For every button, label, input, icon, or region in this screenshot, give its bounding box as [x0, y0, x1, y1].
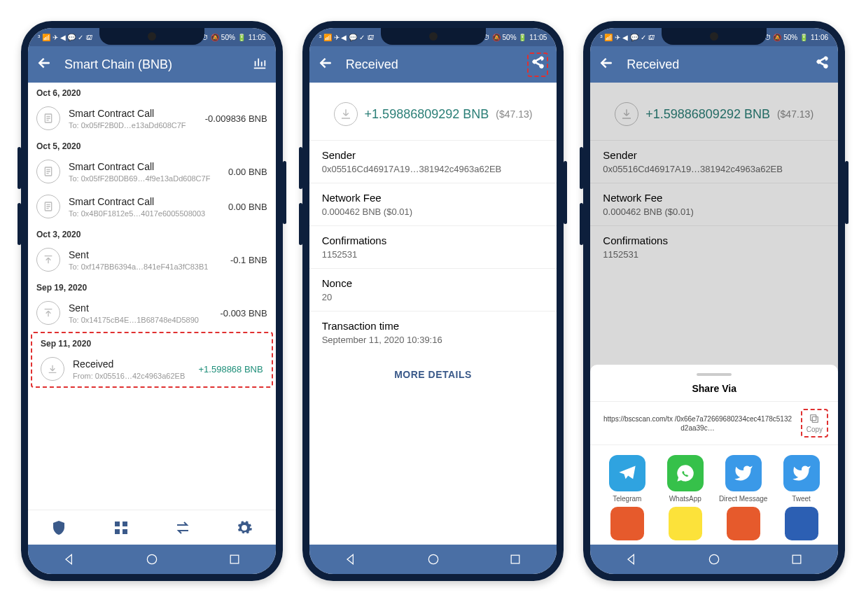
more-details-button[interactable]: MORE DETAILS	[309, 354, 557, 396]
nav-back-icon[interactable]	[624, 552, 638, 566]
page-title: Smart Chain (BNB)	[64, 57, 239, 72]
date-header: Oct 5, 2020	[28, 136, 276, 154]
tx-subtitle: To: 0xf147BB6394a…841eF41a3fC83B1	[69, 262, 222, 271]
tx-title: Smart Contract Call	[69, 161, 220, 172]
detail-row: Confirmations1152531	[309, 225, 557, 268]
back-icon[interactable]	[36, 55, 52, 74]
bottom-nav	[28, 510, 276, 545]
transaction-row[interactable]: SentTo: 0x14175cB4E…1B68748e4D5890-0.003…	[28, 295, 276, 330]
date-header: Sep 19, 2020	[28, 277, 276, 295]
share-sheet: Share Via https://bscscan.com/tx /0x66e7…	[590, 365, 838, 545]
detail-value: 20	[322, 292, 545, 302]
nav-back-icon[interactable]	[62, 552, 76, 566]
share-app-more-3[interactable]	[774, 507, 828, 540]
share-title: Share Via	[590, 380, 838, 402]
contract-icon	[36, 160, 60, 183]
transaction-row[interactable]: ReceivedFrom: 0x05516…42c4963a62EB+1.598…	[32, 351, 272, 386]
swap-icon[interactable]	[174, 519, 191, 536]
share-icon[interactable]	[527, 52, 548, 77]
date-header: Oct 3, 2020	[28, 224, 276, 242]
gear-icon[interactable]	[236, 519, 253, 536]
tx-subtitle: To: 0x05fF2B0D…e13aDd608C7F	[69, 121, 197, 130]
detail-value: September 11, 2020 10:39:16	[322, 335, 545, 345]
tx-amount: +1.598868 BNB	[199, 364, 263, 374]
detail-label: Sender	[322, 149, 545, 161]
tx-subtitle: To: 0x4B0F1812e5…4017e6005508003	[69, 209, 220, 218]
nav-recent-icon[interactable]	[790, 552, 804, 566]
page-title: Received	[346, 57, 515, 72]
share-app-tweet[interactable]: Tweet	[774, 455, 828, 503]
system-nav	[590, 545, 838, 574]
transaction-row[interactable]: SentTo: 0xf147BB6394a…841eF41a3fC83B1-0.…	[28, 242, 276, 277]
share-app-telegram[interactable]: Telegram	[600, 455, 654, 503]
nav-recent-icon[interactable]	[228, 552, 242, 566]
svg-rect-3	[115, 522, 120, 526]
transaction-list[interactable]: Oct 6, 2020Smart Contract CallTo: 0x05fF…	[28, 83, 276, 510]
detail-row: Network Fee0.000462 BNB ($0.01)	[309, 183, 557, 225]
share-app-more-2[interactable]	[716, 507, 770, 540]
share-icon[interactable]	[814, 55, 830, 74]
sent-icon	[36, 301, 60, 325]
date-header: Sep 11, 2020	[32, 333, 272, 351]
drag-handle[interactable]	[697, 373, 732, 376]
chart-icon[interactable]	[252, 55, 267, 74]
detail-value: 0x05516Cd46917A19…381942c4963a62EB	[322, 164, 545, 174]
received-icon	[334, 102, 358, 126]
app-label: Tweet	[792, 495, 811, 503]
system-nav	[28, 545, 276, 574]
amount-fiat: ($47.13)	[496, 108, 532, 120]
svg-rect-5	[115, 529, 120, 534]
app-bar: Received	[309, 46, 557, 83]
transaction-row[interactable]: Smart Contract CallTo: 0x05fF2B0DB69…4f9…	[28, 154, 276, 189]
nav-home-icon[interactable]	[707, 552, 721, 566]
tx-title: Sent	[69, 302, 211, 314]
nav-home-icon[interactable]	[426, 552, 440, 566]
svg-rect-11	[813, 416, 818, 422]
detail-value: 0.000462 BNB ($0.01)	[322, 206, 545, 217]
back-icon[interactable]	[318, 55, 333, 74]
phone-1: ³ 📶 ✈ ◀ 💬 ✓ 🖅 ℕ ⏱ 🔕 50% 🔋11:05 Smart Cha…	[21, 21, 283, 581]
svg-point-9	[428, 554, 438, 564]
detail-row: Sender0x05516Cd46917A19…381942c4963a62EB	[309, 140, 557, 183]
shield-icon[interactable]	[50, 519, 67, 536]
tx-amount: -0.009836 BNB	[205, 113, 267, 124]
copy-button[interactable]: Copy	[801, 409, 828, 438]
received-icon	[41, 357, 64, 381]
svg-rect-6	[123, 529, 127, 534]
share-link: https://bscscan.com/tx /0x66e7a726696802…	[600, 414, 795, 433]
detail-row: Transaction timeSeptember 11, 2020 10:39…	[309, 311, 557, 354]
detail-label: Transaction time	[322, 320, 545, 332]
svg-rect-12	[811, 415, 816, 421]
share-app-whatsapp[interactable]: WhatsApp	[658, 455, 712, 503]
tx-amount: -0.1 BNB	[230, 255, 267, 265]
transaction-row[interactable]: Smart Contract CallTo: 0x4B0F1812e5…4017…	[28, 189, 276, 224]
amount-value: +1.59886809292 BNB	[365, 107, 489, 122]
svg-point-7	[147, 554, 156, 564]
detail-label: Confirmations	[322, 234, 545, 246]
page-title: Received	[627, 57, 802, 72]
contract-icon	[36, 106, 60, 130]
share-app-more-1[interactable]	[658, 507, 712, 540]
app-label: Telegram	[613, 495, 641, 503]
phone-3: ³ 📶 ✈ ◀ 💬 ✓ 🖅 ℕ ⏱ 🔕 50% 🔋11:06 Received …	[583, 21, 845, 581]
svg-point-13	[710, 554, 719, 564]
svg-rect-14	[792, 555, 801, 564]
nav-recent-icon[interactable]	[508, 552, 522, 566]
grid-icon[interactable]	[113, 519, 130, 536]
detail-value: 1152531	[322, 249, 545, 260]
tx-subtitle: To: 0x14175cB4E…1B68748e4D5890	[69, 316, 211, 324]
nav-back-icon[interactable]	[344, 552, 358, 566]
tx-amount: 0.00 BNB	[228, 167, 267, 177]
date-header: Oct 6, 2020	[28, 83, 276, 101]
svg-rect-10	[512, 555, 520, 564]
sent-icon	[36, 248, 60, 272]
share-app-more-0[interactable]	[600, 507, 654, 540]
detail-row: Nonce20	[309, 268, 557, 311]
back-icon[interactable]	[599, 55, 614, 74]
phone-2: ³ 📶 ✈ ◀ 💬 ✓ 🖅 ℕ ⏱ 🔕 50% 🔋11:05 Received …	[302, 21, 564, 581]
detail-label: Network Fee	[322, 192, 545, 204]
nav-home-icon[interactable]	[145, 552, 159, 566]
share-app-direct-message[interactable]: Direct Message	[716, 455, 770, 503]
contract-icon	[36, 195, 60, 218]
transaction-row[interactable]: Smart Contract CallTo: 0x05fF2B0D…e13aDd…	[28, 101, 276, 136]
